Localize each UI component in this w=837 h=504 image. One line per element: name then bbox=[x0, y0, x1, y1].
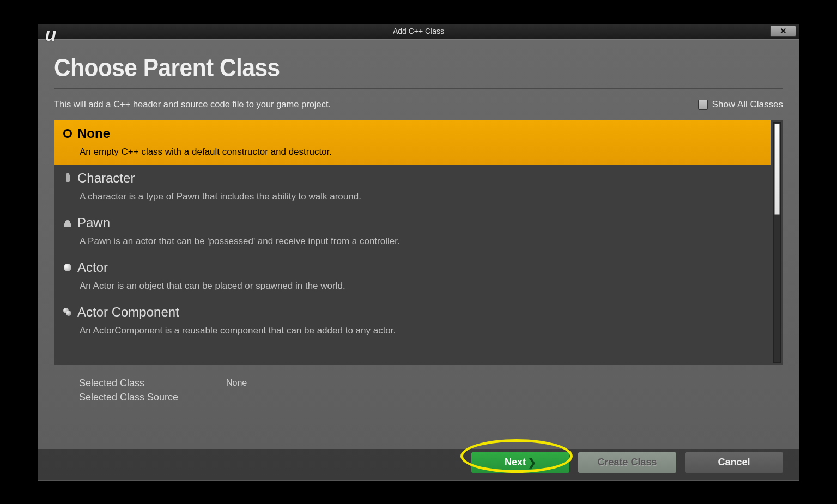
class-list-item[interactable]: Actor ComponentAn ActorComponent is a re… bbox=[54, 299, 771, 344]
class-description: An Actor is an object that can be placed… bbox=[80, 281, 762, 292]
class-name: None bbox=[77, 126, 110, 141]
class-description: A Pawn is an actor that can be 'possesse… bbox=[80, 236, 762, 247]
actor-icon bbox=[63, 263, 72, 272]
create-button-label: Create Class bbox=[597, 457, 657, 468]
radio-icon bbox=[63, 129, 72, 138]
unreal-logo-icon: u bbox=[40, 24, 62, 46]
class-description: An ActorComponent is a reusable componen… bbox=[80, 325, 762, 336]
next-button[interactable]: Next ❯ bbox=[471, 452, 569, 473]
character-icon bbox=[63, 174, 72, 183]
component-icon bbox=[63, 308, 72, 317]
class-list-container: NoneAn empty C++ class with a default co… bbox=[54, 120, 783, 365]
cancel-button-label: Cancel bbox=[718, 457, 750, 468]
dialog-footer: Next ❯ Create Class Cancel bbox=[38, 449, 799, 481]
class-name: Actor Component bbox=[77, 305, 179, 320]
selected-class-label: Selected Class bbox=[79, 376, 193, 390]
class-list-item[interactable]: NoneAn empty C++ class with a default co… bbox=[54, 120, 771, 165]
divider bbox=[54, 88, 783, 88]
show-all-classes-toggle[interactable]: Show All Classes bbox=[698, 99, 783, 110]
next-button-label: Next bbox=[505, 457, 526, 468]
window-title: Add C++ Class bbox=[393, 27, 444, 35]
cancel-button[interactable]: Cancel bbox=[685, 452, 783, 473]
class-name: Actor bbox=[77, 260, 108, 275]
checkbox-icon bbox=[698, 100, 708, 110]
page-title: Choose Parent Class bbox=[54, 53, 725, 82]
class-list-item[interactable]: ActorAn Actor is an object that can be p… bbox=[54, 254, 771, 299]
close-icon: ✕ bbox=[780, 26, 787, 36]
close-button[interactable]: ✕ bbox=[770, 26, 796, 37]
class-name: Character bbox=[77, 171, 135, 186]
pawn-icon bbox=[63, 218, 72, 227]
selected-source-label: Selected Class Source bbox=[79, 390, 193, 404]
selected-class-value: None bbox=[226, 376, 247, 390]
scrollbar[interactable] bbox=[773, 122, 781, 363]
create-class-button: Create Class bbox=[578, 452, 676, 473]
class-name: Pawn bbox=[77, 215, 110, 230]
class-list-item[interactable]: CharacterA character is a type of Pawn t… bbox=[54, 165, 771, 210]
show-all-label: Show All Classes bbox=[712, 99, 783, 110]
dialog-body: Choose Parent Class This will add a C++ … bbox=[38, 39, 799, 449]
titlebar: u Add C++ Class ✕ bbox=[38, 24, 799, 39]
page-subtitle: This will add a C++ header and source co… bbox=[54, 99, 331, 110]
dialog-window: u Add C++ Class ✕ Choose Parent Class Th… bbox=[37, 23, 800, 481]
class-description: A character is a type of Pawn that inclu… bbox=[80, 191, 762, 202]
class-description: An empty C++ class with a default constr… bbox=[80, 147, 762, 157]
scrollbar-thumb[interactable] bbox=[774, 124, 780, 215]
selection-info: Selected Class None Selected Class Sourc… bbox=[79, 376, 783, 404]
chevron-right-icon: ❯ bbox=[528, 457, 536, 469]
class-list[interactable]: NoneAn empty C++ class with a default co… bbox=[54, 120, 771, 365]
class-list-item[interactable]: PawnA Pawn is an actor that can be 'poss… bbox=[54, 210, 771, 254]
